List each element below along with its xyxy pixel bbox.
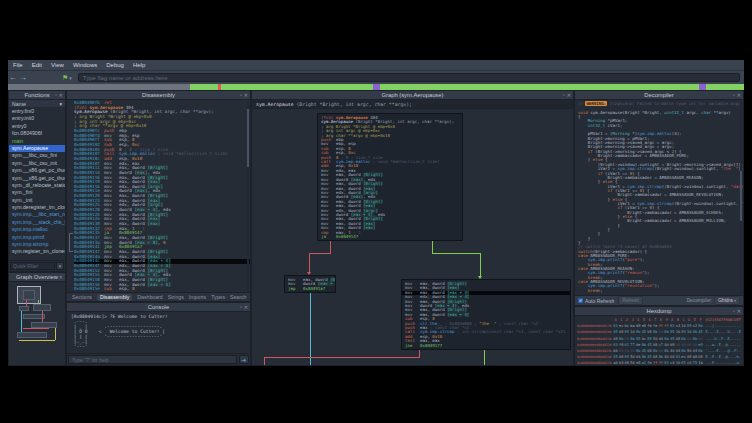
graph-node-line[interactable]: ja0x8049147 xyxy=(321,235,459,239)
hexdump-row[interactable]: 0x0000000008049250a0040850e8a1feffff83c4… xyxy=(577,360,741,365)
function-item[interactable]: sym.Aeropause xyxy=(9,145,65,152)
hexdump-table[interactable]: 0123456789ABCDEF0123456789ABCDEF0x000000… xyxy=(575,316,743,365)
function-item[interactable]: sym.deregister_tm_clones xyxy=(9,204,65,211)
graph-node-false-branch[interactable]: moveax, dword [Bright]movdword [eax + 8]… xyxy=(284,275,336,293)
decompiler-panel-title: Decompiler ▫✕ xyxy=(575,91,743,100)
decompiler-panel: Decompiler ▫✕ // WARNING: [r2ghidra] Fai… xyxy=(574,90,744,306)
undock-icon[interactable]: ▫ xyxy=(240,92,242,99)
graph-panel: Graph (sym.Aeropause) ▫✕ sym.Aeropause (… xyxy=(251,90,574,366)
edge-false xyxy=(330,241,331,253)
quick-filter-button[interactable]: ▾ xyxy=(56,262,64,270)
tab-sections[interactable]: Sections xyxy=(72,294,92,300)
close-icon[interactable]: ✕ xyxy=(244,92,248,99)
undock-icon[interactable]: ▫ xyxy=(733,308,735,315)
decompiler-bottom-bar: ✓ Auto Refresh Refresh Decompiler: Ghidr… xyxy=(575,295,743,305)
tab-dashboard[interactable]: Dashboard xyxy=(137,294,162,300)
edge-false xyxy=(419,350,420,357)
undock-icon[interactable]: ▫ xyxy=(240,304,242,311)
tab-strings[interactable]: Strings xyxy=(168,294,184,300)
function-item[interactable]: sym.__x86.get_pc_thunk.bp xyxy=(9,167,65,174)
filter-caret-icon: ▾ xyxy=(59,101,62,107)
refresh-button[interactable]: Refresh xyxy=(618,296,643,305)
function-item[interactable]: sym.imp.strcmp xyxy=(9,241,65,248)
close-icon[interactable]: ✕ xyxy=(59,92,63,99)
edge-true xyxy=(484,350,485,365)
auto-refresh-checkbox[interactable]: ✓ xyxy=(578,298,583,303)
decompiler-select-label: Decompiler: xyxy=(687,298,713,303)
graph-node-true-branch[interactable]: moveax, dword [Bright]moveax, dword [eax… xyxy=(401,279,571,350)
console-line: '---' xyxy=(71,344,250,349)
function-item[interactable]: sym.imp.__stack_chk_fail xyxy=(9,219,65,226)
jump-arrow xyxy=(69,233,73,252)
edge-unconditional xyxy=(310,293,311,365)
tab-disassembly[interactable]: Disassembly xyxy=(97,294,132,301)
console-send-icon[interactable]: ➜ xyxy=(239,355,249,364)
menu-item-debug[interactable]: Debug xyxy=(106,62,124,68)
function-item[interactable]: entry.fini0 xyxy=(9,108,65,115)
function-item[interactable]: sym.__x86.get_pc_thunk.bx xyxy=(9,175,65,182)
function-item[interactable]: sym._init xyxy=(9,197,65,204)
menu-item-edit[interactable]: Edit xyxy=(32,62,42,68)
decompiler-line[interactable]: break; xyxy=(578,289,743,293)
function-item[interactable]: fcn.0804906f xyxy=(9,130,65,137)
tab-types[interactable]: Types xyxy=(211,294,225,300)
menu-item-file[interactable]: File xyxy=(13,62,23,68)
graph-overview-minimap[interactable] xyxy=(9,282,65,365)
function-item[interactable]: sym.imp.printf xyxy=(9,234,65,241)
graph-overview-title: Graph Overview ▫✕ xyxy=(9,273,65,282)
graph-canvas[interactable]: (fcn) sym.Aeropause 304sym.Aeropause (Br… xyxy=(252,109,573,365)
function-item[interactable]: main xyxy=(9,138,65,145)
cutter-app: FileEditViewWindowsDebugHelp ← → ⚑▾ Func… xyxy=(0,0,752,423)
menu-item-help[interactable]: Help xyxy=(133,62,145,68)
omnibar-input[interactable] xyxy=(78,73,740,82)
edge-true xyxy=(480,253,481,278)
disassembly-panel-title: Disassembly ▫✕ xyxy=(67,91,250,100)
back-arrow-icon[interactable]: ← xyxy=(8,73,18,82)
close-icon[interactable]: ✕ xyxy=(59,274,63,281)
function-item[interactable]: sym.__libc_csu_init xyxy=(9,160,65,167)
function-item[interactable]: sym._fini xyxy=(9,189,65,196)
function-item[interactable]: sym.imp.__libc_start_main xyxy=(9,211,65,218)
functions-column-header[interactable]: Name▾ xyxy=(9,100,65,108)
undock-icon[interactable]: ▫ xyxy=(55,274,57,281)
function-item[interactable]: entry.init0 xyxy=(9,115,65,122)
close-icon[interactable]: ✕ xyxy=(567,92,571,99)
edge-false xyxy=(264,357,420,358)
function-item[interactable]: sym._dl_relocate_static_pie xyxy=(9,182,65,189)
disassembly-scrollbar[interactable] xyxy=(247,101,249,291)
tab-imports[interactable]: Imports xyxy=(189,294,206,300)
function-item[interactable]: sym.register_tm_clones xyxy=(9,248,65,255)
decompiler-scrollbar[interactable] xyxy=(740,101,742,295)
graph-node-line[interactable]: jne0x8049177 xyxy=(405,344,567,348)
graph-node-entry[interactable]: (fcn) sym.Aeropause 304sym.Aeropause (Br… xyxy=(317,113,463,241)
forward-arrow-icon[interactable]: → xyxy=(18,73,28,82)
decompiler-select[interactable]: Ghidra ▾ xyxy=(714,296,740,305)
function-item[interactable]: entry0 xyxy=(9,123,65,130)
close-icon[interactable]: ✕ xyxy=(244,304,248,311)
console-input-row: ➜ xyxy=(67,353,250,365)
close-icon[interactable]: ✕ xyxy=(737,92,741,99)
hexdump-panel: Hexdump ▫✕ 0123456789ABCDEF0123456789ABC… xyxy=(574,306,744,366)
function-item[interactable]: sym.__libc_csu_fini xyxy=(9,152,65,159)
undock-icon[interactable]: ▫ xyxy=(733,92,735,99)
graph-node-line[interactable]: jmp0x80491a7 xyxy=(288,287,332,291)
function-item[interactable]: sym.imp.malloc xyxy=(9,226,65,233)
hexdump-panel-title: Hexdump ▫✕ xyxy=(575,307,743,316)
functions-list: entry.fini0entry.init0entry0fcn.0804906f… xyxy=(9,108,65,260)
undock-icon[interactable]: ▫ xyxy=(563,92,565,99)
decompiler-line[interactable]: void sym.Aeropause(Bright *Bright, uint3… xyxy=(578,111,743,115)
close-icon[interactable]: ✕ xyxy=(737,308,741,315)
menu-item-windows[interactable]: Windows xyxy=(73,62,97,68)
tab-search[interactable]: Search xyxy=(230,294,246,300)
main-window: FileEditViewWindowsDebugHelp ← → ⚑▾ Func… xyxy=(8,60,744,366)
undock-icon[interactable]: ▫ xyxy=(55,92,57,99)
graph-panel-title: Graph (sym.Aeropause) ▫✕ xyxy=(252,91,573,100)
edge-false xyxy=(309,253,331,254)
console-output: [0x0804914c]> ?E Welcome to Cutter! .---… xyxy=(67,312,250,353)
flag-dropdown[interactable]: ⚑▾ xyxy=(62,74,72,82)
console-input[interactable] xyxy=(68,355,237,364)
menu-bar: FileEditViewWindowsDebugHelp xyxy=(8,60,744,71)
decompiler-line[interactable]: // WARNING: [r2ghidra] Failed to match t… xyxy=(578,102,743,106)
quick-filter-input[interactable] xyxy=(10,262,55,270)
menu-item-view[interactable]: View xyxy=(51,62,64,68)
